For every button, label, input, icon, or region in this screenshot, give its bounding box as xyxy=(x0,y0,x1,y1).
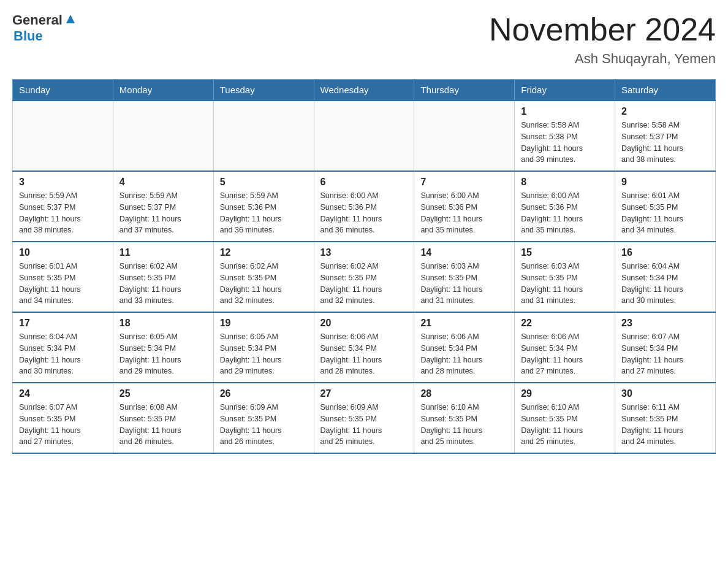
day-info: Sunrise: 6:00 AM Sunset: 5:36 PM Dayligh… xyxy=(420,190,508,236)
day-info: Sunrise: 6:00 AM Sunset: 5:36 PM Dayligh… xyxy=(320,190,408,236)
day-number: 20 xyxy=(320,318,408,329)
day-number: 3 xyxy=(19,177,107,188)
calendar-cell: 19Sunrise: 6:05 AM Sunset: 5:34 PM Dayli… xyxy=(213,312,314,383)
calendar-week-4: 17Sunrise: 6:04 AM Sunset: 5:34 PM Dayli… xyxy=(13,312,716,383)
calendar-cell: 7Sunrise: 6:00 AM Sunset: 5:36 PM Daylig… xyxy=(414,171,515,242)
day-number: 8 xyxy=(521,177,609,188)
calendar-cell: 16Sunrise: 6:04 AM Sunset: 5:34 PM Dayli… xyxy=(615,242,716,312)
calendar-cell: 30Sunrise: 6:11 AM Sunset: 5:35 PM Dayli… xyxy=(615,383,716,453)
calendar-week-2: 3Sunrise: 5:59 AM Sunset: 5:37 PM Daylig… xyxy=(13,171,716,242)
day-number: 30 xyxy=(621,388,709,399)
day-number: 5 xyxy=(220,177,308,188)
day-number: 24 xyxy=(19,388,107,399)
calendar-cell: 6Sunrise: 6:00 AM Sunset: 5:36 PM Daylig… xyxy=(314,171,414,242)
day-number: 29 xyxy=(521,388,609,399)
day-number: 13 xyxy=(320,247,408,258)
day-info: Sunrise: 6:06 AM Sunset: 5:34 PM Dayligh… xyxy=(320,331,408,377)
calendar-cell: 15Sunrise: 6:03 AM Sunset: 5:35 PM Dayli… xyxy=(515,242,615,312)
day-info: Sunrise: 6:08 AM Sunset: 5:35 PM Dayligh… xyxy=(119,402,207,448)
calendar-cell: 10Sunrise: 6:01 AM Sunset: 5:35 PM Dayli… xyxy=(13,242,113,312)
calendar-cell: 20Sunrise: 6:06 AM Sunset: 5:34 PM Dayli… xyxy=(314,312,414,383)
day-number: 23 xyxy=(621,318,709,329)
calendar-cell: 9Sunrise: 6:01 AM Sunset: 5:35 PM Daylig… xyxy=(615,171,716,242)
calendar-cell: 21Sunrise: 6:06 AM Sunset: 5:34 PM Dayli… xyxy=(414,312,515,383)
calendar-cell xyxy=(113,101,213,171)
calendar-cell xyxy=(13,101,113,171)
day-number: 4 xyxy=(119,177,207,188)
day-number: 22 xyxy=(521,318,609,329)
calendar-cell xyxy=(213,101,314,171)
day-number: 6 xyxy=(320,177,408,188)
day-number: 11 xyxy=(119,247,207,258)
calendar-cell: 26Sunrise: 6:09 AM Sunset: 5:35 PM Dayli… xyxy=(213,383,314,453)
day-info: Sunrise: 6:00 AM Sunset: 5:36 PM Dayligh… xyxy=(521,190,609,236)
calendar-cell: 14Sunrise: 6:03 AM Sunset: 5:35 PM Dayli… xyxy=(414,242,515,312)
calendar-cell: 1Sunrise: 5:58 AM Sunset: 5:38 PM Daylig… xyxy=(515,101,615,171)
day-info: Sunrise: 6:11 AM Sunset: 5:35 PM Dayligh… xyxy=(621,402,709,448)
day-number: 27 xyxy=(320,388,408,399)
day-info: Sunrise: 5:59 AM Sunset: 5:36 PM Dayligh… xyxy=(220,190,308,236)
calendar-cell xyxy=(414,101,515,171)
calendar-header-row: Sunday Monday Tuesday Wednesday Thursday… xyxy=(13,80,716,101)
day-info: Sunrise: 6:10 AM Sunset: 5:35 PM Dayligh… xyxy=(420,402,508,448)
calendar-cell: 25Sunrise: 6:08 AM Sunset: 5:35 PM Dayli… xyxy=(113,383,213,453)
day-info: Sunrise: 6:07 AM Sunset: 5:35 PM Dayligh… xyxy=(19,402,107,448)
calendar-cell: 22Sunrise: 6:06 AM Sunset: 5:34 PM Dayli… xyxy=(515,312,615,383)
svg-marker-0 xyxy=(66,15,75,23)
day-number: 18 xyxy=(119,318,207,329)
calendar-cell: 11Sunrise: 6:02 AM Sunset: 5:35 PM Dayli… xyxy=(113,242,213,312)
day-number: 12 xyxy=(220,247,308,258)
day-number: 25 xyxy=(119,388,207,399)
calendar-cell: 24Sunrise: 6:07 AM Sunset: 5:35 PM Dayli… xyxy=(13,383,113,453)
day-number: 16 xyxy=(621,247,709,258)
day-info: Sunrise: 5:59 AM Sunset: 5:37 PM Dayligh… xyxy=(19,190,107,236)
day-info: Sunrise: 6:05 AM Sunset: 5:34 PM Dayligh… xyxy=(119,331,207,377)
day-number: 17 xyxy=(19,318,107,329)
day-info: Sunrise: 6:07 AM Sunset: 5:34 PM Dayligh… xyxy=(621,331,709,377)
day-info: Sunrise: 6:01 AM Sunset: 5:35 PM Dayligh… xyxy=(19,261,107,307)
calendar-week-3: 10Sunrise: 6:01 AM Sunset: 5:35 PM Dayli… xyxy=(13,242,716,312)
day-info: Sunrise: 6:09 AM Sunset: 5:35 PM Dayligh… xyxy=(220,402,308,448)
calendar-cell: 27Sunrise: 6:09 AM Sunset: 5:35 PM Dayli… xyxy=(314,383,414,453)
calendar-week-1: 1Sunrise: 5:58 AM Sunset: 5:38 PM Daylig… xyxy=(13,101,716,171)
day-info: Sunrise: 6:03 AM Sunset: 5:35 PM Dayligh… xyxy=(420,261,508,307)
col-tuesday: Tuesday xyxy=(213,80,314,101)
day-info: Sunrise: 6:10 AM Sunset: 5:35 PM Dayligh… xyxy=(521,402,609,448)
day-number: 14 xyxy=(420,247,508,258)
day-number: 1 xyxy=(521,106,609,117)
col-friday: Friday xyxy=(515,80,615,101)
calendar-cell: 3Sunrise: 5:59 AM Sunset: 5:37 PM Daylig… xyxy=(13,171,113,242)
col-monday: Monday xyxy=(113,80,213,101)
logo: General Blue xyxy=(12,12,77,44)
day-info: Sunrise: 6:02 AM Sunset: 5:35 PM Dayligh… xyxy=(220,261,308,307)
day-info: Sunrise: 5:58 AM Sunset: 5:38 PM Dayligh… xyxy=(521,120,609,166)
day-info: Sunrise: 6:03 AM Sunset: 5:35 PM Dayligh… xyxy=(521,261,609,307)
day-info: Sunrise: 6:06 AM Sunset: 5:34 PM Dayligh… xyxy=(420,331,508,377)
logo-triangle-icon xyxy=(64,12,77,26)
calendar-cell: 28Sunrise: 6:10 AM Sunset: 5:35 PM Dayli… xyxy=(414,383,515,453)
location-subtitle: Ash Shuqayrah, Yemen xyxy=(489,51,716,67)
day-info: Sunrise: 6:02 AM Sunset: 5:35 PM Dayligh… xyxy=(320,261,408,307)
title-area: November 2024 Ash Shuqayrah, Yemen xyxy=(489,12,716,67)
col-saturday: Saturday xyxy=(615,80,716,101)
day-info: Sunrise: 5:59 AM Sunset: 5:37 PM Dayligh… xyxy=(119,190,207,236)
day-number: 21 xyxy=(420,318,508,329)
day-number: 9 xyxy=(621,177,709,188)
calendar-cell xyxy=(314,101,414,171)
day-info: Sunrise: 6:06 AM Sunset: 5:34 PM Dayligh… xyxy=(521,331,609,377)
day-number: 10 xyxy=(19,247,107,258)
calendar-cell: 2Sunrise: 5:58 AM Sunset: 5:37 PM Daylig… xyxy=(615,101,716,171)
calendar-cell: 13Sunrise: 6:02 AM Sunset: 5:35 PM Dayli… xyxy=(314,242,414,312)
calendar-cell: 18Sunrise: 6:05 AM Sunset: 5:34 PM Dayli… xyxy=(113,312,213,383)
day-info: Sunrise: 6:04 AM Sunset: 5:34 PM Dayligh… xyxy=(621,261,709,307)
calendar-cell: 12Sunrise: 6:02 AM Sunset: 5:35 PM Dayli… xyxy=(213,242,314,312)
day-number: 7 xyxy=(420,177,508,188)
calendar-table: Sunday Monday Tuesday Wednesday Thursday… xyxy=(12,79,716,454)
logo-blue-text: Blue xyxy=(13,28,43,44)
main-title: November 2024 xyxy=(489,12,716,47)
day-info: Sunrise: 6:04 AM Sunset: 5:34 PM Dayligh… xyxy=(19,331,107,377)
calendar-cell: 23Sunrise: 6:07 AM Sunset: 5:34 PM Dayli… xyxy=(615,312,716,383)
col-wednesday: Wednesday xyxy=(314,80,414,101)
col-sunday: Sunday xyxy=(13,80,113,101)
day-number: 19 xyxy=(220,318,308,329)
